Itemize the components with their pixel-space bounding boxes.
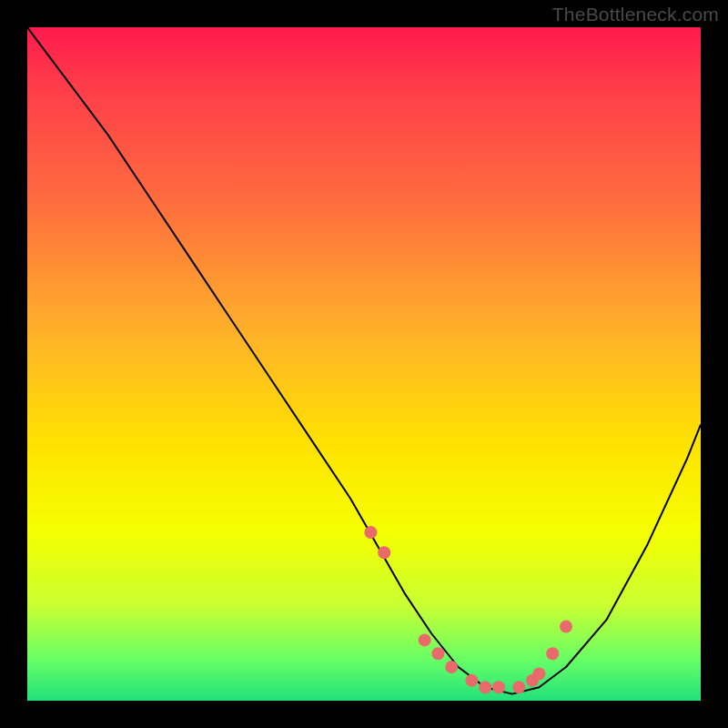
highlight-marker	[419, 633, 431, 646]
bottleneck-curve	[27, 27, 701, 694]
watermark-text: TheBottleneck.com	[552, 4, 719, 25]
highlight-marker	[364, 526, 377, 539]
highlight-marker	[431, 647, 444, 660]
highlight-marker	[465, 674, 478, 687]
highlight-marker	[560, 621, 572, 633]
highlight-marker	[479, 681, 491, 693]
highlight-marker	[546, 647, 559, 660]
highlight-marker	[378, 546, 390, 559]
highlight-marker	[492, 681, 505, 693]
highlight-marker	[512, 681, 525, 693]
gradient-plot-area	[27, 27, 701, 701]
curve-layer	[27, 27, 701, 701]
highlight-marker	[445, 661, 458, 673]
chart-stage: TheBottleneck.com	[0, 0, 728, 728]
highlight-marker	[532, 667, 545, 680]
